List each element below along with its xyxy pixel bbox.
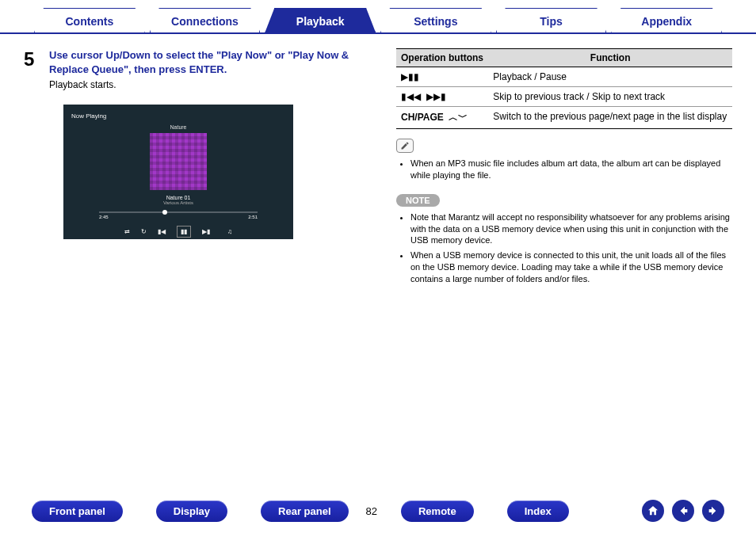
op-chpage-cell: CH/PAGE ︿﹀ bbox=[396, 107, 488, 129]
tab-playback[interactable]: Playback bbox=[265, 8, 376, 32]
player-screenshot: Now Playing Nature Nature 01 Various Art… bbox=[63, 105, 293, 239]
chevron-up-down-icon: ︿﹀ bbox=[446, 112, 468, 123]
album-art bbox=[150, 133, 207, 190]
queue-icon: ♫ bbox=[227, 228, 232, 235]
tab-label: Connections bbox=[171, 15, 239, 28]
note-item: When a USB memory device is connected to… bbox=[410, 249, 732, 285]
info-list: When an MP3 music file includes album ar… bbox=[396, 158, 732, 181]
index-button[interactable]: Index bbox=[507, 501, 569, 522]
arrow-right-icon bbox=[707, 504, 720, 517]
top-tab-bar: Contents Connections Playback Settings T… bbox=[0, 0, 756, 34]
time-elapsed: 2:45 bbox=[99, 215, 109, 219]
pill-label: Front panel bbox=[49, 505, 105, 517]
time-total: 2:51 bbox=[248, 215, 258, 219]
skip-prev-icon: ▮◀◀ bbox=[401, 91, 421, 102]
rear-panel-button[interactable]: Rear panel bbox=[261, 501, 348, 522]
track-artist: Various Artists bbox=[71, 200, 285, 205]
note-item: Note that Marantz will accept no respons… bbox=[410, 211, 732, 247]
operation-table: Operation buttons Function ▶▮▮ Playback … bbox=[396, 48, 732, 129]
right-column: Operation buttons Function ▶▮▮ Playback … bbox=[396, 48, 732, 288]
op-chpage-func: Switch to the previous page/next page in… bbox=[488, 107, 732, 129]
track-title: Nature 01 bbox=[71, 195, 285, 200]
tab-tips[interactable]: Tips bbox=[496, 8, 607, 32]
table-header-left: Operation buttons bbox=[396, 49, 488, 67]
progress-bar bbox=[99, 211, 258, 213]
pill-label: Index bbox=[525, 505, 552, 517]
next-page-button[interactable] bbox=[702, 500, 724, 522]
tab-contents[interactable]: Contents bbox=[34, 8, 145, 32]
table-header-row: Operation buttons Function bbox=[396, 49, 732, 67]
arrow-left-icon bbox=[677, 504, 689, 517]
step-block: 5 Use cursor Up/Down to select the "Play… bbox=[24, 48, 372, 90]
step-subtext: Playback starts. bbox=[49, 79, 372, 90]
page-number: 82 bbox=[366, 505, 377, 517]
display-button[interactable]: Display bbox=[156, 501, 227, 522]
note-list: Note that Marantz will accept no respons… bbox=[396, 211, 732, 285]
table-row: ▶▮▮ Playback / Pause bbox=[396, 67, 732, 87]
shuffle-icon: ⇄ bbox=[124, 228, 130, 235]
op-skip-func: Skip to previous track / Skip to next tr… bbox=[488, 87, 732, 107]
table-row: CH/PAGE ︿﹀ Switch to the previous page/n… bbox=[396, 107, 732, 129]
step-number: 5 bbox=[24, 48, 41, 90]
table-header-right: Function bbox=[488, 49, 732, 67]
tab-label: Playback bbox=[296, 15, 345, 28]
tab-label: Settings bbox=[414, 15, 457, 28]
note-label: NOTE bbox=[396, 194, 440, 207]
home-button[interactable] bbox=[642, 500, 664, 522]
front-panel-button[interactable]: Front panel bbox=[32, 501, 123, 522]
tab-label: Contents bbox=[66, 15, 114, 28]
prev-icon: ▮◀ bbox=[158, 228, 166, 235]
now-playing-category: Nature bbox=[71, 124, 285, 130]
pill-label: Rear panel bbox=[278, 505, 330, 517]
time-row: 2:45 2:51 bbox=[99, 215, 258, 219]
info-item: When an MP3 music file includes album ar… bbox=[410, 158, 732, 181]
op-play-pause-cell: ▶▮▮ bbox=[396, 67, 488, 87]
home-icon bbox=[647, 504, 659, 517]
tab-label: Appendix bbox=[641, 15, 692, 28]
skip-next-icon: ▶▶▮ bbox=[426, 91, 446, 102]
remote-button[interactable]: Remote bbox=[401, 501, 474, 522]
next-icon: ▶▮ bbox=[202, 228, 210, 235]
tip-badge bbox=[396, 139, 414, 153]
pause-icon: ▮▮ bbox=[177, 226, 191, 238]
table-row: ▮◀◀ ▶▶▮ Skip to previous track / Skip to… bbox=[396, 87, 732, 107]
nav-icon-group bbox=[642, 500, 724, 522]
bottom-nav: Front panel Display Rear panel 82 Remote… bbox=[0, 500, 756, 522]
prev-page-button[interactable] bbox=[672, 500, 694, 522]
repeat-icon: ↻ bbox=[141, 228, 147, 235]
chpage-label: CH/PAGE bbox=[401, 112, 444, 123]
now-playing-header: Now Playing bbox=[71, 112, 285, 120]
content-area: 5 Use cursor Up/Down to select the "Play… bbox=[0, 34, 756, 288]
tab-label: Tips bbox=[540, 15, 563, 28]
tab-connections[interactable]: Connections bbox=[150, 8, 261, 32]
op-play-pause-func: Playback / Pause bbox=[488, 67, 732, 87]
play-pause-icon: ▶▮▮ bbox=[401, 71, 419, 82]
pill-label: Display bbox=[174, 505, 210, 517]
left-column: 5 Use cursor Up/Down to select the "Play… bbox=[24, 48, 372, 288]
player-controls: ⇄ ↻ ▮◀ ▮▮ ▶▮ ♫ bbox=[71, 226, 285, 238]
pill-label: Remote bbox=[418, 505, 456, 517]
pencil-icon bbox=[400, 141, 410, 150]
tab-settings[interactable]: Settings bbox=[380, 8, 491, 32]
step-text: Use cursor Up/Down to select the "Play N… bbox=[49, 48, 372, 90]
op-skip-cell: ▮◀◀ ▶▶▮ bbox=[396, 87, 488, 107]
tab-appendix[interactable]: Appendix bbox=[611, 8, 722, 32]
step-heading: Use cursor Up/Down to select the "Play N… bbox=[49, 48, 372, 76]
